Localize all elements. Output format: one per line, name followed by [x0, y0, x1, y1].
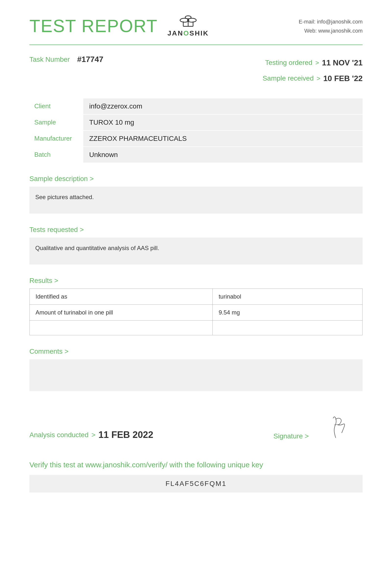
web-line: Web: www.janoshik.com [299, 26, 363, 35]
verify-text: Verify this test at www.janoshik.com/ver… [29, 460, 363, 470]
table-row: Amount of turinabol in one pill9.54 mg [30, 305, 363, 321]
batch-row: Batch Unknown [29, 147, 363, 163]
email-line: E-mail: info@janoshik.com [299, 17, 363, 26]
comments-box [29, 359, 363, 391]
sample-received-gt: > [317, 72, 320, 85]
result-label-0: Identified as [30, 289, 213, 305]
testing-ordered-value: 11 NOV '21 [322, 55, 363, 71]
tests-requested-box: Qualitative and quantitative analysis of… [29, 238, 363, 265]
analysis-gt: > [91, 431, 95, 439]
sample-label: Sample [29, 115, 83, 130]
sample-received-value: 10 FEB '22 [323, 71, 363, 86]
client-row: Client info@zzerox.com [29, 98, 363, 114]
testing-ordered-gt: > [315, 56, 319, 69]
results-table: Identified asturinabolAmount of turinabo… [29, 289, 363, 335]
testing-ordered-row: Testing ordered > 11 NOV '21 [263, 55, 363, 71]
task-row: Task Number #17747 Testing ordered > 11 … [29, 55, 363, 86]
batch-label: Batch [29, 147, 83, 163]
batch-value: Unknown [83, 147, 363, 163]
client-label: Client [29, 98, 83, 114]
client-value: info@zzerox.com [83, 98, 363, 114]
svg-point-2 [185, 16, 191, 19]
manufacturer-label: Manufacturer [29, 131, 83, 146]
header-divider [29, 45, 363, 45]
signature-label: Signature > [273, 432, 309, 440]
table-row [30, 321, 363, 335]
sample-description-content: See pictures attached. [35, 194, 94, 200]
manufacturer-row: Manufacturer ZZEROX PHARMACEUTICALS [29, 131, 363, 146]
info-table: Client info@zzerox.com Sample TUROX 10 m… [29, 98, 363, 163]
sample-received-row: Sample received > 10 FEB '22 [263, 71, 363, 86]
email-label: E-mail: [299, 19, 315, 25]
dates-section: Testing ordered > 11 NOV '21 Sample rece… [263, 55, 363, 86]
result-label-2 [30, 321, 213, 335]
signature-section: Signature > [273, 411, 363, 440]
task-number-label: Task Number [29, 56, 70, 63]
header-contact: E-mail: info@janoshik.com Web: www.janos… [299, 17, 363, 36]
task-number-value: #17747 [77, 55, 103, 64]
logo-text: JANOSHIK [167, 29, 209, 37]
sample-description-box: See pictures attached. [29, 187, 363, 214]
tests-requested-heading: Tests requested > [29, 226, 363, 234]
tests-requested-content: Qualitative and quantitative analysis of… [35, 245, 159, 251]
signature-image [314, 411, 363, 440]
verify-section: Verify this test at www.janoshik.com/ver… [29, 460, 363, 492]
analysis-label: Analysis conducted [29, 431, 89, 439]
sample-description-heading: Sample description > [29, 175, 363, 183]
table-row: Identified asturinabol [30, 289, 363, 305]
result-label-1: Amount of turinabol in one pill [30, 305, 213, 321]
result-value-0: turinabol [213, 289, 363, 305]
comments-heading: Comments > [29, 347, 363, 355]
sample-value: TUROX 10 mg [83, 115, 363, 130]
sample-row: Sample TUROX 10 mg [29, 115, 363, 130]
sample-received-label: Sample received [263, 72, 314, 85]
web-label: Web: [304, 28, 317, 34]
footer-section: Analysis conducted > 11 FEB 2022 Signatu… [29, 411, 363, 440]
analysis-date: 11 FEB 2022 [98, 430, 153, 440]
task-number-section: Task Number #17747 [29, 55, 103, 64]
page-title: TEST REPORT [29, 17, 157, 35]
header-left: TEST REPORT JANOSHIK [29, 15, 209, 37]
testing-ordered-label: Testing ordered [265, 56, 312, 70]
logo-icon [178, 15, 198, 29]
verify-key-box: FL4AF5C6FQM1 [29, 475, 363, 492]
result-value-2 [213, 321, 363, 335]
logo: JANOSHIK [167, 15, 209, 37]
web-value: www.janoshik.com [318, 28, 363, 34]
manufacturer-value: ZZEROX PHARMACEUTICALS [83, 131, 363, 146]
result-value-1: 9.54 mg [213, 305, 363, 321]
results-heading: Results > [29, 277, 363, 285]
verify-key: FL4AF5C6FQM1 [165, 480, 226, 487]
email-value: info@janoshik.com [317, 19, 363, 25]
analysis-section: Analysis conducted > 11 FEB 2022 [29, 430, 153, 440]
page-header: TEST REPORT JANOSHIK E-mail: info@janosh… [29, 15, 363, 37]
